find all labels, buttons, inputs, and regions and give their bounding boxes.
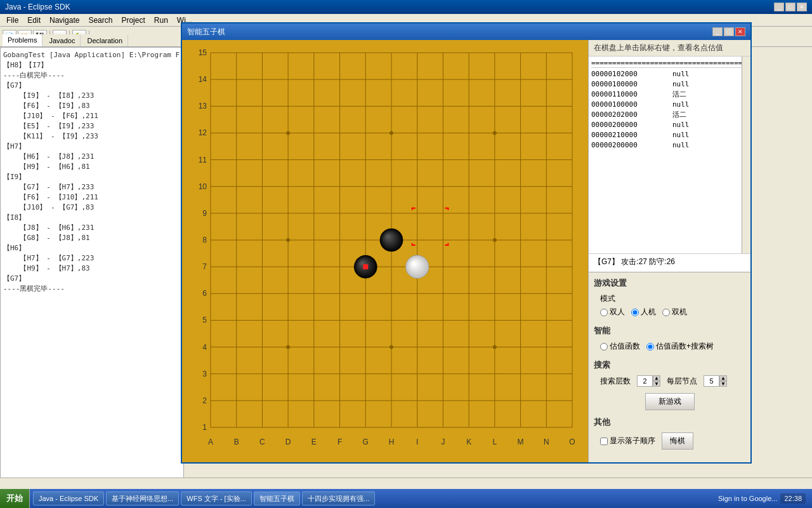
game-body: 在棋盘上单击鼠标右键，查看名点估值 ======================… (182, 40, 750, 462)
mode-dual-radio[interactable] (600, 309, 608, 316)
search-depth-up[interactable]: ▲ (653, 375, 660, 381)
info-value: null (672, 130, 690, 140)
info-code: 00000102000 (591, 69, 667, 79)
console-line: 【G7】 (3, 274, 181, 284)
console-line: 【H7】 - 【G7】,223 (3, 253, 181, 264)
info-code: 00000202000 (591, 110, 667, 120)
menu-file[interactable]: File (3, 15, 22, 26)
ai-options-row: 估值函数 估值函数+搜索树 (600, 340, 745, 353)
menu-project[interactable]: Project (117, 15, 148, 26)
console-line: ----黑棋完毕---- (3, 284, 181, 294)
settings-area: 游戏设置 模式 双人 人机 (589, 272, 750, 462)
console-header: GobangTest [Java Application] E:\Program… (3, 50, 181, 60)
menu-search[interactable]: Search (84, 15, 116, 26)
mode-ai-ai-label: 双机 (672, 307, 687, 318)
info-value: null (672, 120, 690, 130)
info-value: 活二 (672, 90, 686, 100)
game-settings-section: 游戏设置 模式 双人 人机 (594, 277, 745, 319)
game-maximize-btn[interactable]: □ (724, 27, 734, 36)
tab-problems[interactable]: Problems (3, 34, 43, 46)
info-row: 00000202000活二 (591, 110, 748, 120)
info-rows: 00000102000null00000100000null0000011000… (591, 69, 748, 150)
gobang-board[interactable] (185, 43, 585, 450)
board-area[interactable] (182, 40, 588, 462)
console-line: 【I8】 (3, 213, 181, 223)
mode-label: 模式 (600, 293, 615, 304)
new-game-button[interactable]: 新游戏 (645, 393, 695, 410)
minimize-btn[interactable]: _ (774, 3, 784, 11)
console-line: 【H9】 - 【H7】,83 (3, 264, 181, 274)
console-lines: 【H8】【I7】----白棋完毕----【G7】 【I9】 - 【I8】,233… (3, 60, 181, 294)
console-line: 【G7】 - 【H7】,233 (3, 182, 181, 192)
mode-ai-ai-radio[interactable] (662, 309, 670, 316)
info-value: null (672, 79, 690, 90)
ai-eval-search[interactable]: 估值函数+搜索树 (646, 341, 714, 352)
info-code: 00000110000 (591, 90, 667, 100)
taskbar-eclipse-label: Java - Eclipse SDK (39, 495, 98, 502)
menu-edit[interactable]: Edit (23, 15, 44, 26)
taskbar-gobang[interactable]: 智能五子棋 (254, 491, 300, 505)
console-line: 【H6】 - 【J8】,231 (3, 152, 181, 162)
ai-eval-search-label: 估值函数+搜索树 (656, 341, 714, 352)
undo-button[interactable]: 悔棋 (662, 432, 693, 450)
info-code: 00000100000 (591, 79, 667, 90)
mode-human-ai[interactable]: 人机 (631, 307, 656, 318)
taskbar-neural[interactable]: 基于神经网络思想... (106, 491, 179, 505)
info-row: 00000100000null (591, 100, 748, 110)
search-depth-spinbox[interactable]: 2 ▲ ▼ (637, 375, 660, 387)
game-close-btn[interactable]: ✕ (735, 27, 745, 36)
info-code: 00000100000 (591, 100, 667, 110)
close-btn[interactable]: ✕ (797, 3, 807, 11)
search-depth-down[interactable]: ▼ (653, 381, 660, 387)
game-title: 智能五子棋 (187, 27, 225, 37)
info-separator: ========================================… (591, 59, 748, 68)
new-game-row: 新游戏 (594, 393, 745, 410)
show-order-label[interactable]: 显示落子顺序 (600, 436, 655, 446)
mode-dual[interactable]: 双人 (600, 307, 625, 318)
mode-human-ai-radio[interactable] (631, 309, 639, 316)
ai-eval-only[interactable]: 估值函数 (600, 341, 640, 352)
nodes-down[interactable]: ▼ (719, 381, 727, 387)
eclipse-statusbar (0, 478, 812, 489)
mode-options-row: 双人 人机 双机 (600, 305, 745, 319)
other-label: 其他 (594, 417, 745, 428)
taskbar-eclipse[interactable]: Java - Eclipse SDK (33, 491, 104, 505)
mode-human-ai-label: 人机 (641, 307, 656, 318)
search-depth-input[interactable]: 2 (637, 375, 653, 387)
search-depth-label: 搜索层数 (600, 376, 631, 387)
info-scrollbar[interactable] (742, 57, 750, 253)
nodes-up[interactable]: ▲ (719, 375, 727, 381)
console-line: 【J10】 - 【G7】,83 (3, 203, 181, 213)
ai-settings-section: 智能 估值函数 估值函数+搜索树 (594, 325, 745, 353)
console-line: 【H6】 (3, 243, 181, 253)
tab-javadoc[interactable]: Javadoc (44, 35, 81, 46)
game-window-controls: _ □ ✕ (712, 27, 745, 36)
mode-ai-ai[interactable]: 双机 (662, 307, 687, 318)
info-row: 00000200000null (591, 120, 748, 130)
info-code: 00000210000 (591, 130, 667, 140)
info-value: 活二 (672, 110, 686, 120)
window-controls: _ □ ✕ (774, 3, 807, 11)
game-right-panel: 在棋盘上单击鼠标右键，查看名点估值 ======================… (588, 40, 750, 462)
info-area: 在棋盘上单击鼠标右键，查看名点估值 ======================… (589, 40, 750, 272)
start-button[interactable]: 开始 (0, 489, 30, 508)
show-order-checkbox[interactable] (600, 438, 608, 445)
taskbar-wfs[interactable]: WFS 文字 - [实验... (181, 491, 252, 505)
taskbar-gobang-label: 智能五子棋 (259, 494, 294, 504)
nodes-input[interactable]: 5 (704, 375, 719, 387)
menu-run[interactable]: Run (150, 15, 172, 26)
taskbar-fourteen[interactable]: 十四步实现拥有强... (302, 491, 375, 505)
ai-eval-search-radio[interactable] (646, 343, 654, 351)
console-line: 【F6】 - 【J10】,211 (3, 192, 181, 203)
statusbar-text (3, 480, 4, 488)
console-content: GobangTest [Java Application] E:\Program… (1, 48, 183, 464)
nodes-arrows: ▲ ▼ (719, 375, 727, 387)
nodes-spinbox[interactable]: 5 ▲ ▼ (704, 375, 727, 387)
info-header: 在棋盘上单击鼠标右键，查看名点估值 (589, 40, 750, 57)
menu-navigate[interactable]: Navigate (46, 15, 83, 26)
game-minimize-btn[interactable]: _ (712, 27, 723, 36)
tab-declaration[interactable]: Declaration (82, 35, 128, 46)
ai-eval-radio[interactable] (600, 343, 608, 351)
maximize-btn[interactable]: □ (785, 3, 796, 11)
info-content: ========================================… (589, 57, 750, 253)
